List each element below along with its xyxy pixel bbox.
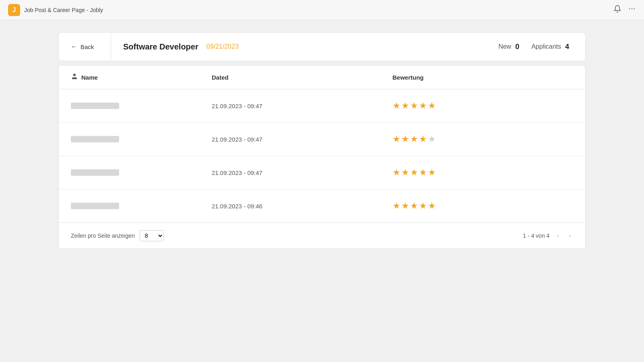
star-icon[interactable]: ★: [401, 101, 409, 111]
job-title: Software Developer: [123, 42, 198, 51]
title-section: Software Developer 09/21/2023: [111, 42, 482, 51]
stars-cell: ★★★★★: [392, 134, 573, 144]
star-icon[interactable]: ★: [428, 101, 436, 111]
new-stat: New 0: [498, 43, 519, 51]
date-cell: 21.09.2023 - 09:47: [212, 136, 392, 143]
back-button[interactable]: ← Back: [59, 33, 111, 61]
new-count: 0: [515, 43, 519, 51]
star-icon[interactable]: ★: [419, 167, 427, 178]
star-icon[interactable]: ★: [392, 167, 400, 178]
rows-per-page-section: Zeilen pro Seite anzeigen 8 16 24 32: [71, 230, 164, 241]
pagination-text: 1 - 4 von 4: [523, 232, 549, 239]
star-icon[interactable]: ★: [401, 201, 409, 211]
stars-cell: ★★★★★: [392, 201, 573, 211]
star-icon[interactable]: ★: [410, 167, 418, 178]
table-header: Name Dated Bewertung: [59, 66, 585, 89]
main-content: ← Back Software Developer 09/21/2023 New…: [0, 20, 644, 261]
rows-per-page-select[interactable]: 8 16 24 32: [140, 230, 164, 241]
star-icon[interactable]: ★: [419, 201, 427, 211]
col-bewertung-label: Bewertung: [392, 74, 424, 81]
star-icon[interactable]: ★: [410, 101, 418, 111]
person-icon: [71, 73, 78, 82]
table-row[interactable]: 21.09.2023 - 09:47★★★★★: [59, 89, 585, 123]
prev-page-button[interactable]: ‹: [554, 230, 561, 241]
star-icon[interactable]: ★: [428, 201, 436, 211]
svg-point-1: [632, 8, 633, 10]
star-icon[interactable]: ★: [392, 201, 400, 211]
name-placeholder: [71, 103, 119, 109]
svg-point-0: [629, 8, 630, 10]
star-icon[interactable]: ★: [410, 201, 418, 211]
star-icon[interactable]: ★: [419, 134, 427, 144]
star-icon[interactable]: ★: [401, 134, 409, 144]
bell-icon[interactable]: [613, 5, 621, 15]
applicants-count: 4: [565, 43, 569, 51]
col-header-dated: Dated: [212, 73, 392, 82]
name-cell: [71, 103, 212, 109]
pagination-section: 1 - 4 von 4 ‹ ›: [523, 230, 573, 241]
back-arrow-icon: ←: [71, 43, 77, 50]
job-date: 09/21/2023: [206, 43, 239, 50]
new-label: New: [498, 43, 511, 50]
table-row[interactable]: 21.09.2023 - 09:47★★★★★: [59, 123, 585, 156]
name-cell: [71, 136, 212, 142]
stars-cell: ★★★★★: [392, 167, 573, 178]
date-cell: 21.09.2023 - 09:47: [212, 103, 392, 109]
name-placeholder: [71, 203, 119, 209]
name-placeholder: [71, 169, 119, 176]
table-footer: Zeilen pro Seite anzeigen 8 16 24 32 1 -…: [59, 222, 585, 249]
stars-cell: ★★★★★: [392, 101, 573, 111]
name-cell: [71, 203, 212, 209]
svg-point-2: [634, 8, 635, 10]
svg-point-3: [73, 74, 76, 76]
topbar-left: J Job Post & Career Page - Jobly: [8, 4, 103, 16]
applicants-label: Applicants: [531, 43, 561, 50]
star-icon[interactable]: ★: [392, 101, 400, 111]
col-header-bewertung: Bewertung: [392, 73, 573, 82]
topbar: J Job Post & Career Page - Jobly: [0, 0, 644, 20]
star-icon[interactable]: ★: [392, 134, 400, 144]
date-cell: 21.09.2023 - 09:47: [212, 169, 392, 176]
star-icon[interactable]: ★: [401, 167, 409, 178]
date-cell: 21.09.2023 - 09:46: [212, 203, 392, 210]
name-placeholder: [71, 136, 119, 142]
applicants-stat: Applicants 4: [531, 43, 569, 51]
app-title: Job Post & Career Page - Jobly: [24, 7, 103, 13]
col-dated-label: Dated: [212, 74, 229, 81]
name-cell: [71, 169, 212, 176]
topbar-right: [613, 5, 636, 15]
next-page-button[interactable]: ›: [566, 230, 573, 241]
table-body: 21.09.2023 - 09:47★★★★★21.09.2023 - 09:4…: [59, 89, 585, 222]
header-card: ← Back Software Developer 09/21/2023 New…: [58, 32, 586, 61]
table-row[interactable]: 21.09.2023 - 09:47★★★★★: [59, 156, 585, 189]
stats-section: New 0 Applicants 4: [482, 43, 585, 51]
col-header-name: Name: [71, 73, 212, 82]
col-name-label: Name: [81, 74, 98, 81]
applicants-table: Name Dated Bewertung 21.09.2023 - 09:47★…: [58, 65, 586, 249]
star-icon[interactable]: ★: [428, 134, 436, 144]
star-icon[interactable]: ★: [428, 167, 436, 178]
more-icon[interactable]: [628, 5, 636, 15]
back-label: Back: [80, 43, 94, 50]
star-icon[interactable]: ★: [419, 101, 427, 111]
star-icon[interactable]: ★: [410, 134, 418, 144]
table-row[interactable]: 21.09.2023 - 09:46★★★★★: [59, 189, 585, 222]
rows-per-page-label: Zeilen pro Seite anzeigen: [71, 232, 135, 239]
app-icon: J: [8, 4, 20, 16]
